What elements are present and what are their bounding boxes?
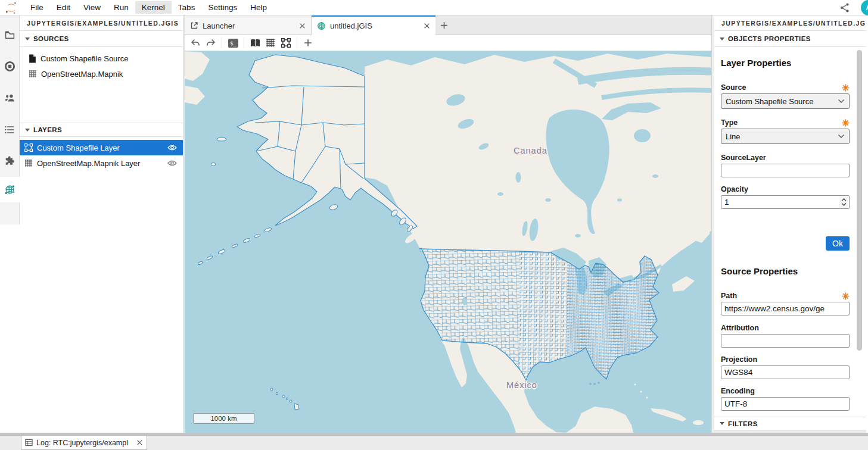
table-of-contents-icon[interactable] [0,114,19,145]
menu-file[interactable]: File [24,1,50,14]
collaboration-icon[interactable] [0,82,19,114]
right-panel-breadcrumb: JUPYTERGIS/EXAMPLES/UNTITLED.JG [714,15,866,31]
tab-label: Launcher [203,21,295,30]
path-input[interactable] [721,302,850,315]
close-icon[interactable] [299,23,306,29]
new-raster-layer-button[interactable] [263,36,278,49]
sources-section-title: SOURCES [33,35,69,42]
toolbar-separator [244,38,244,48]
encoding-input[interactable] [721,397,850,411]
raster-grid-icon [24,159,33,167]
opacity-field-label: Opacity [721,185,748,193]
chevron-down-icon [25,129,30,132]
scale-bar-label: 1000 km [210,415,237,422]
layer-item-label: OpenStreetMap.Mapnik Layer [37,159,163,168]
menu-edit[interactable]: Edit [50,1,77,14]
log-tab[interactable]: Log: RTC:jupytergis/exampl [21,436,147,450]
encoding-field-label: Encoding [721,387,755,395]
type-select[interactable]: Line [721,129,850,144]
menu-kernel[interactable]: Kernel [135,1,172,14]
map-canvas[interactable]: Canada México 1000 km [185,51,711,433]
close-icon[interactable] [424,23,430,29]
source-item-label: Custom Shapefile Source [41,54,128,63]
log-tab-label: Log: RTC:jupytergis/exampl [36,439,133,447]
map-label-mexico: México [506,380,537,390]
log-console-icon [25,439,33,446]
source-select-value: Custom Shapefile Source [726,97,838,106]
visibility-eye-icon[interactable] [167,144,177,151]
source-select[interactable]: Custom Shapefile Source [721,93,850,109]
menu-settings[interactable]: Settings [201,1,244,14]
opacity-input[interactable] [721,195,850,209]
sources-list: Custom Shapefile Source OpenStreetMap.Ma… [20,47,183,123]
vector-square-icon [281,38,291,48]
projection-field-label: Projection [721,355,757,364]
required-asterisk-icon [842,84,850,92]
tab-launcher[interactable]: Launcher [185,15,312,35]
vector-square-icon [24,143,33,152]
undo-button[interactable] [188,36,203,49]
sources-section-header[interactable]: SOURCES [20,31,183,47]
tab-bar: Launcher untitled.jGIS [185,15,711,35]
redo-button[interactable] [204,36,218,49]
visibility-eye-icon[interactable] [167,160,177,167]
ok-button[interactable]: Ok [826,236,850,251]
tab-label: untitled.jGIS [330,21,419,30]
chevron-down-icon [25,38,30,40]
toolbar-separator [297,38,297,48]
basemap-gallery-button[interactable] [248,36,262,49]
layer-item-openstreetmap[interactable]: OpenStreetMap.Mapnik Layer [20,155,183,171]
map-label-canada: Canada [514,146,547,155]
source-field-label: Source [721,83,746,92]
right-panel-scrollbar[interactable] [857,50,862,351]
close-icon[interactable] [136,439,143,446]
layers-section-header[interactable]: LAYERS [20,123,183,137]
properties-body: Layer Properties Source Custom Shapefile… [714,47,866,417]
layer-properties-title: Layer Properties [721,58,850,68]
sourcelayer-field-label: SourceLayer [721,154,766,162]
launcher-icon [190,21,198,30]
layers-list: Custom Shapefile Layer OpenStreetMap.Map… [20,137,183,171]
required-asterisk-icon [842,119,850,127]
left-panel: JUPYTERGIS/EXAMPLES/UNTITLED.JGIS SOURCE… [20,15,185,433]
extensions-icon[interactable] [0,145,19,177]
filters-section-header[interactable]: FILTERS [714,417,866,430]
chevron-down-icon [720,422,724,425]
opacity-stepper[interactable] [839,196,848,208]
add-layer-button[interactable] [301,36,315,49]
map-scale-bar: 1000 km [193,413,254,424]
menu-tabs[interactable]: Tabs [172,1,202,14]
activity-bar [0,15,20,433]
chevron-down-icon [720,38,724,40]
objects-properties-title: OBJECTS PROPERTIES [728,35,811,42]
attribution-input[interactable] [721,334,850,348]
files-icon[interactable] [0,19,19,51]
tab-untitled-jgis[interactable]: untitled.jGIS [312,15,435,35]
new-vector-layer-button[interactable] [279,36,293,49]
jupyter-logo-icon [5,1,18,14]
jupytergis-globe-icon[interactable] [0,177,20,202]
type-field-label: Type [721,118,738,127]
source-item-custom-shapefile[interactable]: Custom Shapefile Source [20,51,183,66]
chevron-down-icon [841,202,847,206]
chevron-down-icon [838,99,845,104]
share-icon[interactable] [839,2,850,13]
svg-text:$_: $_ [230,40,237,46]
source-item-openstreetmap[interactable]: OpenStreetMap.Mapnik [20,66,183,82]
console-button[interactable]: $_ [226,36,240,49]
center-dock: Launcher untitled.jGIS [185,15,711,433]
bottom-status-bar: Log: RTC:jupytergis/exampl [0,435,868,450]
objects-properties-header[interactable]: OBJECTS PROPERTIES [714,31,866,47]
running-kernels-icon[interactable] [0,51,19,82]
left-panel-breadcrumb: JUPYTERGIS/EXAMPLES/UNTITLED.JGIS [20,15,183,31]
projection-input[interactable] [721,365,850,379]
layer-item-custom-shapefile[interactable]: Custom Shapefile Layer [20,140,183,155]
path-field-label: Path [721,292,737,300]
user-avatar[interactable]: A [861,0,868,15]
new-tab-button[interactable] [435,15,452,35]
menu-run[interactable]: Run [107,1,135,14]
menu-help[interactable]: Help [244,1,273,14]
menu-view[interactable]: View [77,1,107,14]
type-select-value: Line [726,132,838,141]
sourcelayer-input[interactable] [721,164,850,177]
